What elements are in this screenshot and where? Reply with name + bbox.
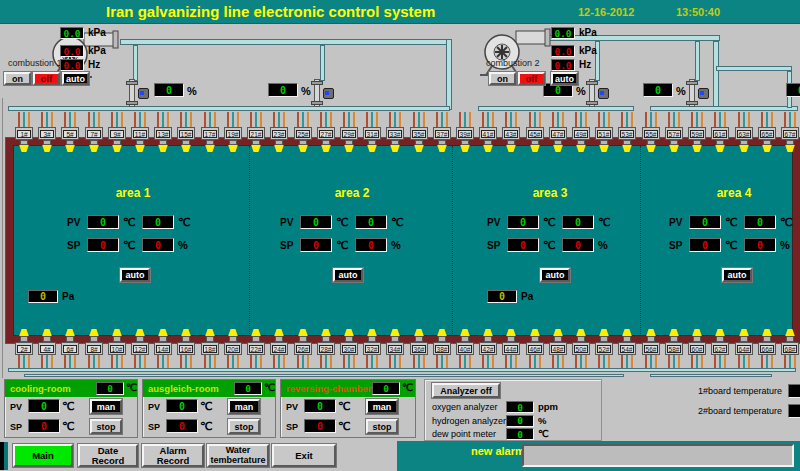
- control-valve-icon[interactable]: [684, 79, 710, 107]
- area-auto-button[interactable]: auto: [120, 268, 150, 282]
- burner[interactable]: 10#: [107, 329, 127, 368]
- burner[interactable]: 8#: [84, 329, 104, 368]
- burner[interactable]: 59#: [687, 112, 707, 152]
- fan-off-button[interactable]: off: [518, 72, 545, 85]
- burner[interactable]: 68#: [780, 329, 800, 368]
- burner[interactable]: 39#: [455, 112, 475, 152]
- burner[interactable]: 17#: [200, 112, 220, 152]
- burner[interactable]: 43#: [501, 112, 521, 152]
- burner[interactable]: 56#: [641, 329, 661, 368]
- burner[interactable]: 52#: [594, 329, 614, 368]
- analyzer-toggle-button[interactable]: Analyzer off: [432, 383, 500, 398]
- burner[interactable]: 29#: [339, 112, 359, 152]
- burner[interactable]: 4#: [37, 329, 57, 368]
- burner[interactable]: 38#: [432, 329, 452, 368]
- area-auto-button[interactable]: auto: [333, 268, 363, 282]
- burner[interactable]: 63#: [734, 112, 754, 152]
- burner[interactable]: 44#: [501, 329, 521, 368]
- burner[interactable]: 64#: [734, 329, 754, 368]
- burner[interactable]: 49#: [571, 112, 591, 152]
- fan-auto-button[interactable]: auto: [551, 72, 578, 85]
- burner[interactable]: 21#: [246, 112, 266, 152]
- burner[interactable]: 13#: [153, 112, 173, 152]
- burner[interactable]: 65#: [757, 112, 777, 152]
- area-sp2-display[interactable]: 0: [744, 238, 776, 252]
- nav-button-main[interactable]: Main: [13, 444, 73, 467]
- burner[interactable]: 11#: [130, 112, 150, 152]
- burner[interactable]: 40#: [455, 329, 475, 368]
- room-stop-button[interactable]: stop: [90, 419, 122, 434]
- area-auto-button[interactable]: auto: [540, 268, 570, 282]
- burner[interactable]: 46#: [525, 329, 545, 368]
- room-mode-button[interactable]: man: [366, 399, 398, 414]
- burner[interactable]: 35#: [409, 112, 429, 152]
- nav-button-date-record[interactable]: Date Record: [78, 444, 138, 467]
- burner[interactable]: 60#: [687, 329, 707, 368]
- burner[interactable]: 15#: [176, 112, 196, 152]
- fan-on-button[interactable]: on: [4, 72, 31, 85]
- burner[interactable]: 36#: [409, 329, 429, 368]
- burner[interactable]: 23#: [269, 112, 289, 152]
- burner[interactable]: 53#: [617, 112, 637, 152]
- burner[interactable]: 51#: [594, 112, 614, 152]
- burner[interactable]: 12#: [130, 329, 150, 368]
- burner[interactable]: 25#: [293, 112, 313, 152]
- burner[interactable]: 28#: [316, 329, 336, 368]
- burner[interactable]: 48#: [548, 329, 568, 368]
- burner[interactable]: 16#: [176, 329, 196, 368]
- control-valve-icon[interactable]: [584, 79, 610, 107]
- room-stop-button[interactable]: stop: [366, 419, 398, 434]
- burner[interactable]: 33#: [385, 112, 405, 152]
- burner[interactable]: 1#: [14, 112, 34, 152]
- area-auto-button[interactable]: auto: [722, 268, 752, 282]
- burner[interactable]: 62#: [710, 329, 730, 368]
- burner[interactable]: 31#: [362, 112, 382, 152]
- burner[interactable]: 22#: [246, 329, 266, 368]
- burner[interactable]: 19#: [223, 112, 243, 152]
- burner[interactable]: 57#: [664, 112, 684, 152]
- room-stop-button[interactable]: stop: [228, 419, 260, 434]
- room-sp-display[interactable]: 0: [166, 419, 198, 433]
- burner[interactable]: 50#: [571, 329, 591, 368]
- burner[interactable]: 18#: [200, 329, 220, 368]
- burner[interactable]: 2#: [14, 329, 34, 368]
- burner[interactable]: 7#: [84, 112, 104, 152]
- area-sp1-display[interactable]: 0: [689, 238, 721, 252]
- burner[interactable]: 41#: [478, 112, 498, 152]
- burner[interactable]: 9#: [107, 112, 127, 152]
- burner[interactable]: 30#: [339, 329, 359, 368]
- room-sp-display[interactable]: 0: [304, 419, 336, 433]
- control-valve-icon[interactable]: [124, 79, 150, 107]
- area-sp1-display[interactable]: 0: [507, 238, 539, 252]
- fan-off-button[interactable]: off: [33, 72, 60, 85]
- burner[interactable]: 66#: [757, 329, 777, 368]
- burner[interactable]: 58#: [664, 329, 684, 368]
- burner[interactable]: 37#: [432, 112, 452, 152]
- nav-button-water-tembertature[interactable]: Water tembertature: [207, 444, 269, 467]
- burner[interactable]: 20#: [223, 329, 243, 368]
- area-sp1-display[interactable]: 0: [300, 238, 332, 252]
- room-mode-button[interactable]: man: [90, 399, 122, 414]
- burner[interactable]: 14#: [153, 329, 173, 368]
- burner[interactable]: 32#: [362, 329, 382, 368]
- control-valve-icon[interactable]: [309, 79, 335, 107]
- burner[interactable]: 55#: [641, 112, 661, 152]
- area-sp1-display[interactable]: 0: [87, 238, 119, 252]
- burner[interactable]: 34#: [385, 329, 405, 368]
- fan-auto-button[interactable]: auto: [62, 72, 89, 85]
- burner[interactable]: 42#: [478, 329, 498, 368]
- area-sp2-display[interactable]: 0: [562, 238, 594, 252]
- area-sp2-display[interactable]: 0: [142, 238, 174, 252]
- burner[interactable]: 24#: [269, 329, 289, 368]
- burner[interactable]: 26#: [293, 329, 313, 368]
- burner[interactable]: 6#: [60, 329, 80, 368]
- burner[interactable]: 5#: [60, 112, 80, 152]
- room-mode-button[interactable]: man: [228, 399, 260, 414]
- burner[interactable]: 54#: [617, 329, 637, 368]
- burner[interactable]: 47#: [548, 112, 568, 152]
- fan-on-button[interactable]: on: [489, 72, 516, 85]
- burner[interactable]: 61#: [710, 112, 730, 152]
- burner[interactable]: 27#: [316, 112, 336, 152]
- burner[interactable]: 67#: [780, 112, 800, 152]
- area-sp2-display[interactable]: 0: [355, 238, 387, 252]
